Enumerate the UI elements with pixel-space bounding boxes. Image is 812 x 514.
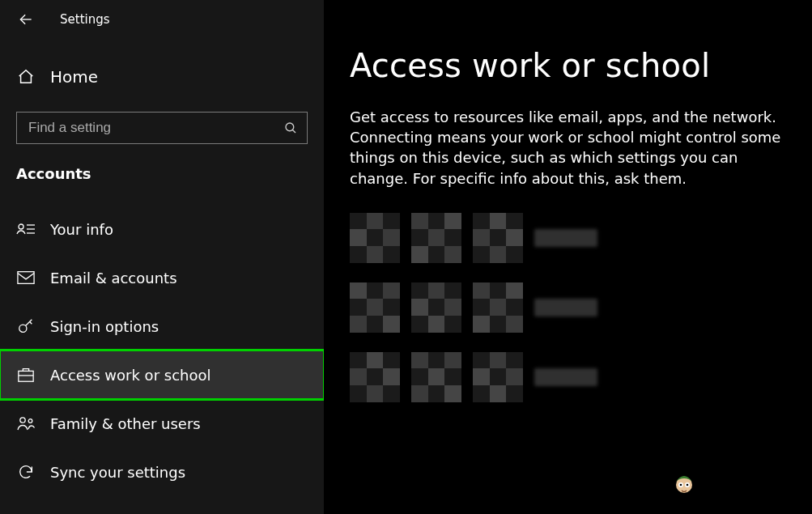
connected-accounts-list: [350, 213, 796, 402]
svg-point-18: [680, 484, 682, 486]
svg-point-3: [19, 224, 23, 229]
svg-line-2: [292, 130, 295, 133]
search-field-wrap: [16, 112, 308, 144]
search-icon: [283, 121, 298, 135]
redacted-icon: [350, 213, 523, 263]
nav-item-your-info[interactable]: Your info: [0, 205, 324, 253]
nav-item-family-users[interactable]: Family & other users: [0, 399, 324, 448]
connected-account-item[interactable]: [350, 352, 796, 402]
nav-item-sync-settings[interactable]: Sync your settings: [0, 448, 324, 496]
home-nav[interactable]: Home: [0, 53, 324, 100]
nav-item-signin-options[interactable]: Sign-in options: [0, 302, 324, 350]
search-input[interactable]: [16, 112, 308, 144]
page-heading: Access work or school: [350, 47, 796, 84]
svg-point-19: [687, 484, 689, 486]
nav-label: Family & other users: [50, 415, 201, 432]
home-label: Home: [50, 67, 98, 87]
page-description: Get access to resources like email, apps…: [350, 107, 796, 189]
svg-line-10: [30, 322, 32, 325]
app-title: Settings: [60, 12, 110, 27]
svg-rect-7: [18, 272, 34, 284]
briefcase-icon: [16, 365, 36, 384]
nav-label: Your info: [50, 221, 113, 238]
redacted-text: [534, 229, 597, 247]
user-card-icon: [16, 219, 36, 239]
redacted-icon: [350, 352, 523, 402]
nav-label: Access work or school: [50, 367, 210, 384]
svg-rect-11: [19, 371, 33, 381]
key-icon: [16, 316, 36, 336]
home-icon: [16, 68, 36, 86]
nav-item-access-work-school[interactable]: Access work or school: [0, 350, 324, 399]
redacted-icon: [350, 282, 523, 333]
section-title: Accounts: [16, 165, 324, 182]
titlebar: Settings: [0, 0, 324, 39]
svg-point-14: [28, 419, 32, 423]
redacted-text: [534, 368, 597, 386]
connected-account-item[interactable]: [350, 282, 796, 333]
mail-icon: [16, 268, 36, 287]
back-arrow-icon: [18, 11, 34, 28]
main-panel: Access work or school Get access to reso…: [324, 0, 812, 514]
nav-label: Sync your settings: [50, 464, 185, 481]
sidebar: Settings Home Accounts: [0, 0, 324, 514]
redacted-text: [534, 299, 597, 316]
nav-label: Email & accounts: [50, 270, 177, 287]
nav-list: Your info Email & accounts Sign-in optio…: [0, 205, 324, 496]
connected-account-item[interactable]: [350, 213, 796, 263]
nav-label: Sign-in options: [50, 318, 159, 335]
avatar-sticker: [670, 469, 699, 498]
svg-point-1: [286, 123, 294, 131]
back-button[interactable]: [15, 8, 37, 31]
people-icon: [16, 414, 36, 433]
svg-point-13: [20, 418, 25, 423]
sync-icon: [16, 462, 36, 482]
nav-item-email-accounts[interactable]: Email & accounts: [0, 253, 324, 302]
